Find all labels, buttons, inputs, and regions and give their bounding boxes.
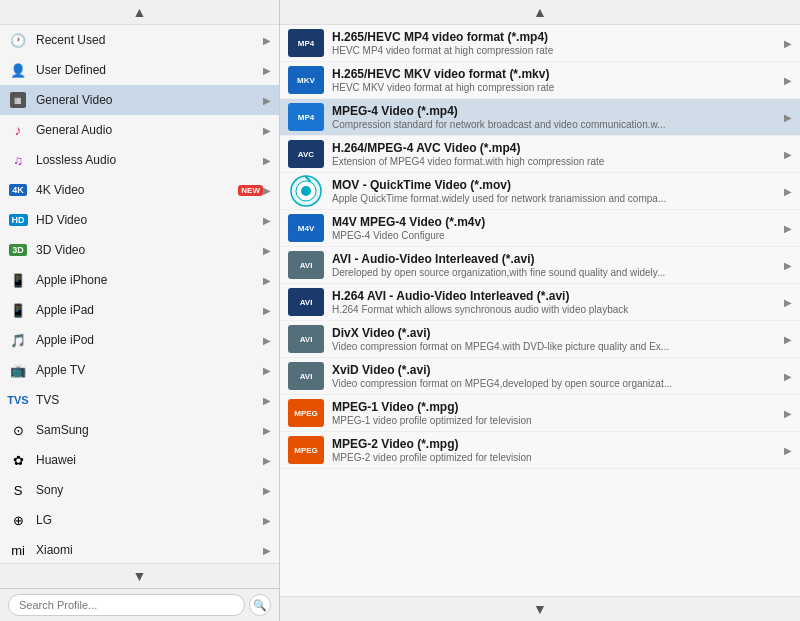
left-item-general-audio[interactable]: ♪ General Audio ▶ [0,115,279,145]
right-scroll-up[interactable]: ▲ [280,0,800,25]
submenu-arrow: ▶ [784,297,792,308]
right-item-h265-mp4[interactable]: MP4 H.265/HEVC MP4 video format (*.mp4) … [280,25,800,62]
left-item-4k-video[interactable]: 4K 4K Video NEW ▶ [0,175,279,205]
left-item-lg[interactable]: ⊕ LG ▶ [0,505,279,535]
left-item-label: 4K Video [36,183,234,197]
format-title: MPEG-2 Video (*.mpg) [332,437,780,451]
left-item-lossless-audio[interactable]: ♫ Lossless Audio ▶ [0,145,279,175]
submenu-arrow: ▶ [784,112,792,123]
general-audio-icon: ♪ [8,120,28,140]
left-item-hd-video[interactable]: HD HD Video ▶ [0,205,279,235]
left-item-sony[interactable]: S Sony ▶ [0,475,279,505]
submenu-arrow: ▶ [784,75,792,86]
left-item-user-defined[interactable]: 👤 User Defined ▶ [0,55,279,85]
format-icon: AVI [288,362,324,390]
submenu-arrow: ▶ [263,185,271,196]
format-icon: MP4 [288,29,324,57]
left-item-label: Lossless Audio [36,153,263,167]
right-scroll-down[interactable]: ▼ [280,596,800,621]
left-scroll-up[interactable]: ▲ [0,0,279,25]
left-item-apple-ipad[interactable]: 📱 Apple iPad ▶ [0,295,279,325]
left-item-apple-tv[interactable]: 📺 Apple TV ▶ [0,355,279,385]
format-desc: MPEG-2 video profile optimized for telev… [332,452,762,463]
hd-video-icon: HD [8,210,28,230]
format-text: MPEG-2 Video (*.mpg) MPEG-2 video profil… [332,437,780,463]
left-item-apple-iphone[interactable]: 📱 Apple iPhone ▶ [0,265,279,295]
left-scroll-down[interactable]: ▼ [0,563,279,588]
left-item-label: General Audio [36,123,263,137]
submenu-arrow: ▶ [784,334,792,345]
search-button[interactable]: 🔍 [249,594,271,616]
format-icon [288,177,324,205]
format-icon: AVI [288,325,324,353]
right-item-inner: MKV H.265/HEVC MKV video format (*.mkv) … [288,66,792,94]
left-item-apple-ipod[interactable]: 🎵 Apple iPod ▶ [0,325,279,355]
submenu-arrow: ▶ [263,545,271,556]
right-item-inner: MPEG MPEG-2 Video (*.mpg) MPEG-2 video p… [288,436,792,464]
format-text: DivX Video (*.avi) Video compression for… [332,326,780,352]
user-defined-icon: 👤 [8,60,28,80]
right-item-xvid[interactable]: AVI XviD Video (*.avi) Video compression… [280,358,800,395]
right-item-h264-avi[interactable]: AVI H.264 AVI - Audio-Video Interleaved … [280,284,800,321]
format-desc: HEVC MKV video format at high compressio… [332,82,762,93]
right-item-mpeg4-mp4[interactable]: MP4 MPEG-4 Video (*.mp4) Compression sta… [280,99,800,136]
format-desc: MPEG-1 video profile optimized for telev… [332,415,762,426]
left-item-label: Apple iPad [36,303,263,317]
left-panel: ▲ 🕐 Recent Used ▶ 👤 User Defined ▶ ▦ Gen… [0,0,280,621]
right-item-mpeg1[interactable]: MPEG MPEG-1 Video (*.mpg) MPEG-1 video p… [280,395,800,432]
submenu-arrow: ▶ [784,149,792,160]
right-item-avi[interactable]: AVI AVI - Audio-Video Interleaved (*.avi… [280,247,800,284]
format-text: H.264 AVI - Audio-Video Interleaved (*.a… [332,289,780,315]
right-list: MP4 H.265/HEVC MP4 video format (*.mp4) … [280,25,800,596]
apple-ipad-icon: 📱 [8,300,28,320]
left-item-label: Apple TV [36,363,263,377]
format-desc: Dereloped by open source organization,wi… [332,267,762,278]
left-item-recent-used[interactable]: 🕐 Recent Used ▶ [0,25,279,55]
submenu-arrow: ▶ [263,275,271,286]
format-desc: MPEG-4 Video Configure [332,230,762,241]
left-item-tvs[interactable]: TVS TVS ▶ [0,385,279,415]
sony-icon: S [8,480,28,500]
submenu-arrow: ▶ [784,445,792,456]
submenu-arrow: ▶ [263,455,271,466]
left-item-3d-video[interactable]: 3D 3D Video ▶ [0,235,279,265]
left-item-label: User Defined [36,63,263,77]
format-text: MPEG-4 Video (*.mp4) Compression standar… [332,104,780,130]
submenu-arrow: ▶ [263,245,271,256]
format-text: M4V MPEG-4 Video (*.m4v) MPEG-4 Video Co… [332,215,780,241]
right-item-inner: AVI H.264 AVI - Audio-Video Interleaved … [288,288,792,316]
left-item-label: Recent Used [36,33,263,47]
left-item-label: 3D Video [36,243,263,257]
left-item-huawei[interactable]: ✿ Huawei ▶ [0,445,279,475]
format-text: H.265/HEVC MP4 video format (*.mp4) HEVC… [332,30,780,56]
right-item-mpeg2[interactable]: MPEG MPEG-2 Video (*.mpg) MPEG-2 video p… [280,432,800,469]
left-item-label: Xiaomi [36,543,263,557]
left-item-general-video[interactable]: ▦ General Video ▶ [0,85,279,115]
format-text: XviD Video (*.avi) Video compression for… [332,363,780,389]
tvs-icon: TVS [8,390,28,410]
format-icon: AVC [288,140,324,168]
right-item-h265-mkv[interactable]: MKV H.265/HEVC MKV video format (*.mkv) … [280,62,800,99]
format-desc: Video compression format on MPEG4.with D… [332,341,762,352]
left-item-label: HD Video [36,213,263,227]
submenu-arrow: ▶ [263,155,271,166]
right-item-h264-mp4[interactable]: AVC H.264/MPEG-4 AVC Video (*.mp4) Exten… [280,136,800,173]
format-title: MPEG-4 Video (*.mp4) [332,104,780,118]
left-item-xiaomi[interactable]: mi Xiaomi ▶ [0,535,279,563]
right-item-m4v[interactable]: M4V M4V MPEG-4 Video (*.m4v) MPEG-4 Vide… [280,210,800,247]
left-item-label: Sony [36,483,263,497]
submenu-arrow: ▶ [263,365,271,376]
search-bar: 🔍 [0,588,279,621]
left-item-samsung[interactable]: ⊙ SamSung ▶ [0,415,279,445]
search-input[interactable] [8,594,245,616]
submenu-arrow: ▶ [263,395,271,406]
format-title: H.265/HEVC MKV video format (*.mkv) [332,67,780,81]
format-title: MPEG-1 Video (*.mpg) [332,400,780,414]
right-item-inner: AVI AVI - Audio-Video Interleaved (*.avi… [288,251,792,279]
3d-video-icon: 3D [8,240,28,260]
right-item-mov[interactable]: MOV - QuickTime Video (*.mov) Apple Quic… [280,173,800,210]
right-item-divx[interactable]: AVI DivX Video (*.avi) Video compression… [280,321,800,358]
format-icon: MP4 [288,103,324,131]
left-item-label: TVS [36,393,263,407]
submenu-arrow: ▶ [263,95,271,106]
